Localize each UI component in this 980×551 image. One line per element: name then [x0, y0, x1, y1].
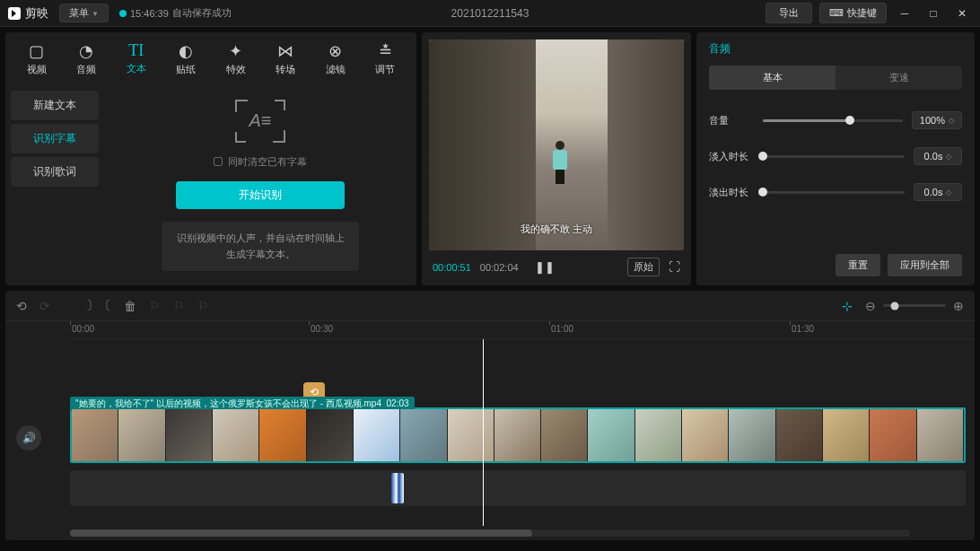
- hotkey-button[interactable]: ⌨ 快捷键: [819, 3, 887, 23]
- titlebar: 剪映 菜单 ▼ 15:46:39 自动保存成功 2021012211543 导出…: [0, 0, 980, 27]
- save-dot-icon: [119, 10, 127, 17]
- video-track[interactable]: "她要的，我给不了" 以后的视频，这个俄罗斯女孩不会出现了 - 西瓜视频.mp4…: [70, 407, 966, 463]
- zoom-in-button[interactable]: ⊕: [953, 299, 964, 313]
- volume-slider[interactable]: [763, 119, 903, 122]
- audio-clip[interactable]: [391, 473, 404, 503]
- duration-time: 00:02:04: [480, 262, 519, 273]
- tab-filter[interactable]: ⊗滤镜: [311, 38, 360, 80]
- video-clip[interactable]: [70, 407, 966, 463]
- subtitle-frame-icon: A≡: [235, 100, 285, 143]
- preview-controls: 00:00:51 00:02:04 ❚❚ 原始 ⛶: [429, 250, 684, 278]
- flag3-button[interactable]: ⚐: [197, 299, 209, 313]
- filter-icon: ⊗: [328, 41, 342, 61]
- sticker-icon: ◐: [179, 41, 193, 61]
- preview-subtitle: 我的确不敢 主动: [429, 223, 684, 236]
- close-button[interactable]: ✕: [951, 3, 973, 24]
- tab-effect[interactable]: ✦特效: [212, 38, 260, 80]
- tab-adjust[interactable]: ≛调节: [362, 38, 410, 80]
- preview-video[interactable]: 我的确不敢 主动: [429, 39, 684, 250]
- timeline-toolbar: ⟲ ⟳ 〕〔 🗑 ⚐ ⚐ ⚐ ⊹ ⊖ ⊕: [5, 291, 975, 321]
- maximize-button[interactable]: □: [923, 3, 944, 24]
- fadein-slider[interactable]: [763, 155, 905, 158]
- logo-icon: [7, 6, 22, 21]
- effect-icon: ✦: [229, 41, 242, 61]
- media-tabs: ▢视频 ◔音频 TI文本 ◐贴纸 ✦特效 ⋈转场 ⊗滤镜 ≛调节: [5, 32, 416, 85]
- sidebar-item-subtitle[interactable]: 识别字幕: [11, 124, 99, 153]
- tab-sticker[interactable]: ◐贴纸: [162, 38, 211, 80]
- fadein-value[interactable]: 0.0s◇: [914, 147, 962, 165]
- tab-video[interactable]: ▢视频: [13, 38, 61, 80]
- flag1-button[interactable]: ⚐: [149, 299, 161, 313]
- app-name: 剪映: [25, 5, 48, 22]
- text-icon: TI: [128, 41, 144, 60]
- delete-button[interactable]: 🗑: [124, 299, 136, 313]
- reset-button[interactable]: 重置: [836, 254, 880, 276]
- split-button[interactable]: 〕〔: [86, 298, 111, 314]
- preview-panel: 我的确不敢 主动 00:00:51 00:02:04 ❚❚ 原始 ⛶: [422, 32, 691, 285]
- fullscreen-button[interactable]: ⛶: [669, 260, 680, 274]
- checkbox-icon: [214, 157, 223, 166]
- zoom-slider[interactable]: [883, 304, 946, 307]
- timeline-scrollbar[interactable]: [70, 529, 910, 537]
- chevron-icon: ◇: [949, 117, 954, 125]
- audio-icon: ◔: [79, 41, 93, 61]
- transition-icon: ⋈: [277, 41, 293, 61]
- subtitle-panel: A≡ 同时清空已有字幕 开始识别 识别视频中的人声，并自动在时间轴上生成字幕文本…: [104, 85, 416, 285]
- chevron-icon: ◇: [946, 153, 951, 161]
- pause-button[interactable]: ❚❚: [535, 260, 555, 274]
- tab-text[interactable]: TI文本: [112, 38, 161, 80]
- clear-existing-checkbox[interactable]: 同时清空已有字幕: [214, 155, 307, 169]
- tab-basic[interactable]: 基本: [709, 66, 836, 90]
- timeline-ruler[interactable]: 00:00 00:30 01:00 01:30: [70, 321, 975, 339]
- video-icon: ▢: [29, 41, 44, 61]
- properties-panel: 音频 基本 变速 音量 100%◇ 淡入时长 0.0s◇ 淡出时长 0.0s◇ …: [696, 32, 975, 285]
- fadein-row: 淡入时长 0.0s◇: [709, 147, 962, 165]
- mute-button[interactable]: 🔊: [16, 425, 41, 450]
- tab-audio[interactable]: ◔音频: [63, 38, 111, 80]
- prop-tabs: 基本 变速: [709, 66, 962, 90]
- subtitle-hint: 识别视频中的人声，并自动在时间轴上生成字幕文本。: [162, 222, 359, 271]
- tab-speed[interactable]: 变速: [836, 66, 962, 90]
- adjust-icon: ≛: [379, 41, 392, 61]
- fadeout-value[interactable]: 0.0s◇: [914, 183, 962, 201]
- volume-value[interactable]: 100%◇: [912, 111, 962, 129]
- fadeout-row: 淡出时长 0.0s◇: [709, 183, 962, 201]
- save-status: 15:46:39 自动保存成功: [119, 6, 232, 20]
- ratio-button[interactable]: 原始: [627, 258, 660, 276]
- minimize-button[interactable]: ─: [894, 3, 915, 24]
- app-logo: 剪映: [7, 5, 48, 22]
- sidebar-item-new-text[interactable]: 新建文本: [11, 91, 99, 120]
- menu-button[interactable]: 菜单 ▼: [59, 4, 109, 22]
- zoom-out-button[interactable]: ⊖: [865, 299, 876, 313]
- volume-row: 音量 100%◇: [709, 111, 962, 129]
- keyboard-icon: ⌨: [829, 7, 844, 19]
- tab-transition[interactable]: ⋈转场: [262, 38, 311, 80]
- project-name: 2021012211543: [451, 7, 529, 20]
- audio-track[interactable]: [70, 470, 966, 506]
- timeline: ⟲ ⟳ 〕〔 🗑 ⚐ ⚐ ⚐ ⊹ ⊖ ⊕ 00:00 00:30 01:00 0…: [5, 291, 975, 540]
- redo-button[interactable]: ⟳: [39, 299, 50, 313]
- zoom-control: ⊖ ⊕: [865, 299, 964, 313]
- playhead[interactable]: [483, 339, 484, 526]
- fadeout-slider[interactable]: [763, 191, 905, 194]
- media-panel: ▢视频 ◔音频 TI文本 ◐贴纸 ✦特效 ⋈转场 ⊗滤镜 ≛调节 新建文本 识别…: [5, 32, 416, 285]
- start-recognize-button[interactable]: 开始识别: [176, 181, 345, 209]
- snap-button[interactable]: ⊹: [842, 299, 853, 313]
- sidebar-item-lyrics[interactable]: 识别歌词: [11, 157, 99, 187]
- panel-title: 音频: [709, 41, 962, 57]
- current-time: 00:00:51: [433, 262, 471, 273]
- text-sidebar: 新建文本 识别字幕 识别歌词: [5, 85, 104, 285]
- timeline-tracks[interactable]: 🔊 ⟲ "她要的，我给不了" 以后的视频，这个俄罗斯女孩不会出现了 - 西瓜视频…: [5, 339, 975, 526]
- undo-button[interactable]: ⟲: [16, 299, 27, 313]
- apply-all-button[interactable]: 应用到全部: [888, 254, 962, 276]
- flag2-button[interactable]: ⚐: [173, 299, 185, 313]
- export-button[interactable]: 导出: [766, 3, 812, 23]
- chevron-icon: ◇: [946, 188, 951, 197]
